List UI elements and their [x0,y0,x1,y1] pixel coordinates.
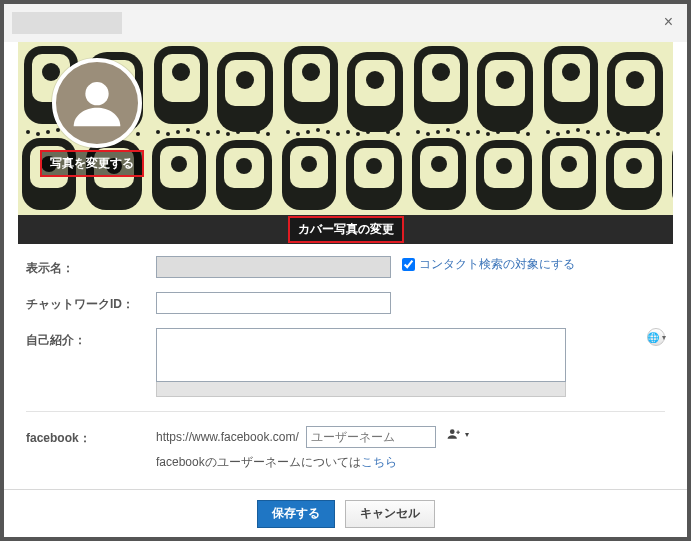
facebook-share-icon[interactable]: ▾ [447,427,469,441]
chevron-down-icon: ▾ [662,333,666,342]
bio-textarea[interactable] [156,328,566,382]
svg-point-26 [85,82,108,105]
svg-point-27 [450,429,455,434]
change-photo-button[interactable]: 写真を変更する [40,150,144,177]
globe-icon[interactable]: 🌐▾ [647,328,665,346]
bio-label: 自己紹介： [26,328,156,349]
profile-edit-modal: × [4,4,687,537]
avatar [52,58,142,148]
chatwork-id-label: チャットワークID： [26,292,156,313]
form-area: 表示名： コンタクト検索の対象にする チャットワークID： 自己紹介： [4,244,687,479]
change-cover-button[interactable]: カバー写真の変更 [288,216,404,243]
searchable-checkbox-wrap[interactable]: コンタクト検索の対象にする [402,256,575,273]
chevron-down-icon: ▾ [465,430,469,439]
modal-footer: 保存する キャンセル [4,489,687,537]
modal-header: × [4,4,687,42]
cover-bar: カバー写真の変更 [18,215,673,244]
facebook-prefix: https://www.facebook.com/ [156,430,299,444]
person-icon [69,75,125,131]
facebook-hint: facebookのユーザーネームについてはこちら [156,454,665,471]
searchable-label: コンタクト検索の対象にする [419,256,575,273]
save-button[interactable]: 保存する [257,500,335,528]
searchable-checkbox[interactable] [402,258,415,271]
cancel-button[interactable]: キャンセル [345,500,435,528]
display-name-input[interactable] [156,256,391,278]
facebook-input[interactable] [306,426,436,448]
close-icon[interactable]: × [664,14,673,30]
facebook-label: facebook： [26,426,156,447]
facebook-hint-link[interactable]: こちら [361,455,397,469]
divider [26,411,665,412]
chatwork-id-input[interactable] [156,292,391,314]
display-name-label: 表示名： [26,256,156,277]
modal-title-placeholder [12,12,122,34]
cover-section: 写真を変更する カバー写真の変更 [18,42,673,244]
bio-scrollbar[interactable] [156,382,566,397]
